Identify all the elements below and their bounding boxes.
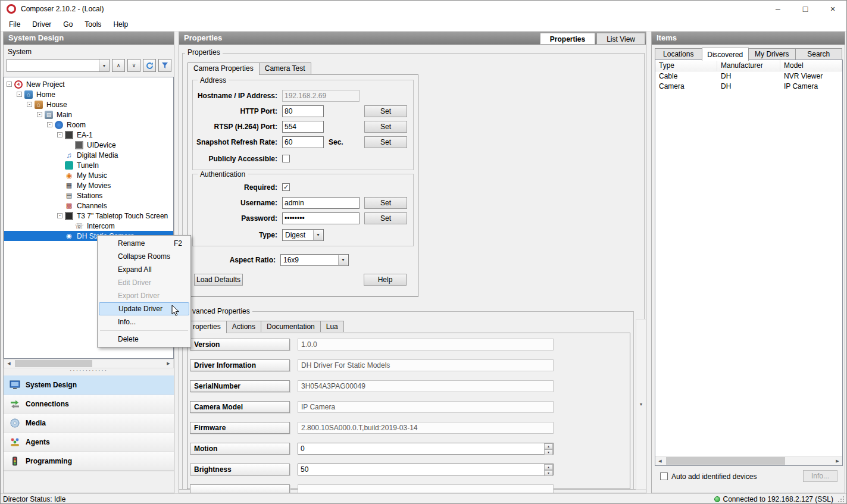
set-rtsp-port-button[interactable]: Set <box>364 121 407 133</box>
chevron-down-icon[interactable]: ▼ <box>338 255 348 265</box>
scroll-left-icon[interactable]: ◀ <box>4 359 14 368</box>
tab-my-drivers[interactable]: My Drivers <box>748 48 796 60</box>
nav-programming[interactable]: Programming <box>4 452 174 471</box>
set-password-button[interactable]: Set <box>364 212 407 224</box>
tab-search[interactable]: Search <box>795 48 843 60</box>
collapse-icon[interactable]: - <box>57 213 62 218</box>
scrollbar-thumb[interactable] <box>666 457 785 465</box>
column-header-model[interactable]: Model <box>780 60 842 71</box>
tab-properties[interactable]: Properties <box>540 33 595 45</box>
nav-agents[interactable]: Agents <box>4 433 174 452</box>
load-defaults-button[interactable]: Load Defaults <box>194 274 243 286</box>
tab-camera-properties[interactable]: Camera Properties <box>187 62 260 75</box>
nav-media[interactable]: Media <box>4 414 174 433</box>
collapse-icon[interactable]: - <box>27 102 32 107</box>
collapse-icon[interactable]: - <box>7 82 12 87</box>
items-horizontal-scrollbar[interactable]: ◀ ▶ <box>655 456 842 465</box>
collapse-icon[interactable]: - <box>57 132 62 137</box>
refresh-button[interactable] <box>143 59 156 72</box>
panel-splitter[interactable]: ············ <box>4 369 174 374</box>
set-snapshot-rate-button[interactable]: Set <box>364 136 407 148</box>
menu-tools[interactable]: Tools <box>79 18 107 31</box>
motion-field[interactable] <box>298 443 554 455</box>
move-up-button[interactable]: ∧ <box>112 59 125 72</box>
tree-item-channels[interactable]: Channels <box>4 201 173 211</box>
context-collapse-rooms[interactable]: Collapse Rooms <box>99 250 189 263</box>
property-name-firmware[interactable]: Firmware <box>190 422 290 434</box>
set-username-button[interactable]: Set <box>364 197 407 209</box>
tree-item-tunein[interactable]: TuneIn <box>4 160 173 170</box>
advanced-vertical-scrollbar[interactable]: ▲ ▼ <box>636 319 646 490</box>
brightness-spinner[interactable]: ▲▼ <box>298 464 554 475</box>
property-name-serialnumber[interactable]: SerialNumber <box>190 380 290 392</box>
tab-list-view[interactable]: List View <box>596 33 645 45</box>
property-name-camera-model[interactable]: Camera Model <box>190 401 290 413</box>
resize-grip[interactable] <box>838 496 845 503</box>
auth-type-dropdown[interactable]: Digest▼ <box>282 229 324 241</box>
auto-add-checkbox[interactable] <box>660 472 668 480</box>
username-field[interactable] <box>282 197 360 209</box>
spin-up-icon[interactable]: ▲ <box>544 443 553 449</box>
tree-item-digital-media[interactable]: Digital Media <box>4 150 173 160</box>
tree-item-room[interactable]: -Room <box>4 120 173 130</box>
scrollbar-thumb[interactable] <box>15 360 92 367</box>
motion-spinner[interactable]: ▲▼ <box>298 443 554 455</box>
minimize-button[interactable]: – <box>764 1 792 17</box>
close-button[interactable]: × <box>819 1 846 17</box>
tab-actions[interactable]: Actions <box>226 321 261 332</box>
context-delete[interactable]: Delete <box>99 333 189 346</box>
chevron-down-icon[interactable]: ▼ <box>99 60 109 71</box>
rtsp-port-field[interactable] <box>282 121 324 133</box>
aspect-ratio-dropdown[interactable]: 16x9▼ <box>280 254 349 266</box>
menu-file[interactable]: File <box>3 18 26 31</box>
tree-item-new-project[interactable]: -New Project <box>4 79 173 89</box>
tree-item-my-movies[interactable]: My Movies <box>4 180 173 190</box>
context-rename[interactable]: RenameF2 <box>99 237 189 250</box>
tab-documentation[interactable]: Documentation <box>261 321 321 332</box>
tree-item-intercom[interactable]: Intercom <box>4 221 173 231</box>
spin-up-icon[interactable]: ▲ <box>544 464 553 470</box>
tree-item-main[interactable]: -Main <box>4 109 173 120</box>
tab-advanced-properties[interactable]: roperties <box>187 321 227 333</box>
scroll-right-icon[interactable]: ▶ <box>164 359 173 368</box>
tree-item-ea1[interactable]: -EA-1 <box>4 130 173 140</box>
property-name-brightness[interactable]: Brightness <box>190 464 290 475</box>
http-port-field[interactable] <box>282 105 324 117</box>
tab-discovered[interactable]: Discovered <box>702 48 749 61</box>
collapse-icon[interactable]: - <box>17 92 22 97</box>
column-header-manufacturer[interactable]: Manufacturer <box>717 60 780 71</box>
snapshot-rate-field[interactable] <box>282 136 324 148</box>
collapse-icon[interactable]: - <box>37 112 42 117</box>
context-expand-all[interactable]: Expand All <box>99 263 189 276</box>
menu-driver[interactable]: Driver <box>26 18 57 31</box>
scroll-left-icon[interactable]: ◀ <box>655 456 665 465</box>
nav-connections[interactable]: Connections <box>4 395 174 414</box>
menu-go[interactable]: Go <box>57 18 79 31</box>
tab-locations[interactable]: Locations <box>655 48 702 60</box>
property-name-version[interactable]: Version <box>190 339 290 350</box>
menu-help[interactable]: Help <box>107 18 134 31</box>
tab-lua[interactable]: Lua <box>320 321 344 332</box>
property-name-driver-information[interactable]: Driver Information <box>190 359 290 371</box>
filter-button[interactable] <box>158 59 171 72</box>
spin-down-icon[interactable]: ▼ <box>544 470 553 476</box>
tree-item-uidevice[interactable]: UIDevice <box>4 140 173 150</box>
publicly-accessible-checkbox[interactable] <box>282 155 290 162</box>
device-row-cable[interactable]: Cable DH NVR Viewer <box>655 71 842 82</box>
scroll-down-icon[interactable]: ▼ <box>636 320 646 489</box>
brightness-field[interactable] <box>298 464 554 475</box>
password-field[interactable] <box>282 212 360 224</box>
property-name-motion[interactable]: Motion <box>190 443 290 455</box>
tree-item-my-music[interactable]: My Music <box>4 170 173 180</box>
scroll-right-icon[interactable]: ▶ <box>833 456 842 465</box>
tree-item-house[interactable]: -House <box>4 99 173 109</box>
collapse-icon[interactable]: - <box>47 122 52 127</box>
tab-camera-test[interactable]: Camera Test <box>259 62 311 74</box>
chevron-down-icon[interactable]: ▼ <box>313 230 323 240</box>
maximize-button[interactable]: □ <box>792 1 819 17</box>
required-checkbox[interactable]: ✓ <box>282 183 290 191</box>
device-row-camera[interactable]: Camera DH IP Camera <box>655 82 842 92</box>
system-combobox[interactable]: ▼ <box>7 59 110 72</box>
tree-item-home[interactable]: -Home <box>4 89 173 99</box>
set-http-port-button[interactable]: Set <box>364 105 407 117</box>
